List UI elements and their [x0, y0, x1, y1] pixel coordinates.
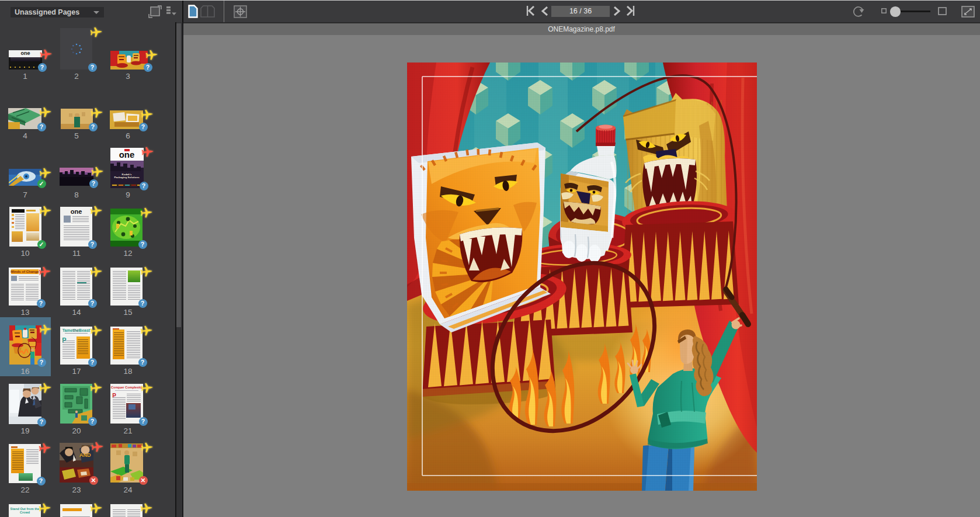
svg-text:AND: AND	[79, 452, 91, 458]
svg-text:Packaging Solutions: Packaging Solutions	[114, 176, 140, 179]
